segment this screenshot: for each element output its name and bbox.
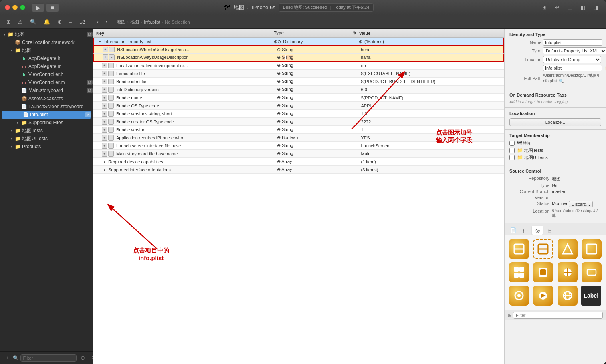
plist-row-supported-orientations[interactable]: ▸ Supported interface orientations ⊕ Arr… xyxy=(93,166,504,174)
sidebar-item-info-plist[interactable]: ▸ 📄 Info.plist M xyxy=(2,111,91,119)
plist-row-bundle-creator-os[interactable]: + - Bundle creator OS Type code ⊕ String… xyxy=(93,118,504,126)
remove-btn-always[interactable]: - xyxy=(109,54,115,60)
add-btn-exec[interactable]: + xyxy=(102,71,107,76)
remove-btn-loc[interactable]: - xyxy=(108,63,114,68)
add-btn-whenuse[interactable]: + xyxy=(103,47,108,52)
filter-input[interactable] xyxy=(20,354,77,362)
commit-btn[interactable]: ⎇ xyxy=(77,18,88,26)
remove-btn-requires-iphone[interactable]: - xyxy=(108,135,114,141)
add-btn-bundleid[interactable]: + xyxy=(102,79,107,84)
lib-item-3[interactable] xyxy=(557,239,578,259)
lib-tab-object[interactable]: ◎ xyxy=(532,226,543,235)
fullpath-reveal-icon[interactable]: 🔍 xyxy=(559,79,564,83)
library-filter-input[interactable] xyxy=(513,312,603,319)
plist-row-launch-screen[interactable]: + - Launch screen interface file base...… xyxy=(93,142,504,150)
sidebar-item-appdelegate-m[interactable]: ▸ m AppDelegate.m xyxy=(0,62,93,70)
plist-row-bundle-id[interactable]: + - Bundle identifier ⊕ String $(PRODUCT… xyxy=(93,78,504,86)
panel-toggle-icon[interactable]: ◧ xyxy=(577,3,588,12)
add-row-btn[interactable]: ⊕ xyxy=(352,30,356,36)
target-1-checkbox[interactable] xyxy=(509,141,515,146)
plist-row-bundle-versions-short[interactable]: + - Bundle versions string, short ⊕ Stri… xyxy=(93,110,504,118)
lib-tab-file[interactable]: 📄 xyxy=(508,226,519,235)
arrow-supported-orientations[interactable]: ▸ xyxy=(102,168,107,172)
filter-options-btn[interactable]: ⊙ xyxy=(78,354,87,362)
back-forward-icon[interactable]: ↩ xyxy=(551,3,563,12)
issues-btn[interactable]: ⚠ xyxy=(16,18,25,26)
lib-item-12[interactable]: Label xyxy=(581,286,602,306)
inspector-filename-input[interactable] xyxy=(543,65,602,71)
remove-btn-launch-screen[interactable]: - xyxy=(108,143,114,149)
breadcrumb-item-3[interactable]: Info.plist xyxy=(144,20,160,24)
add-btn-loc[interactable]: + xyxy=(102,63,107,68)
lib-item-9[interactable] xyxy=(509,286,529,306)
alert-btn[interactable]: 🔔 xyxy=(41,18,53,26)
add-btn-infodict[interactable]: + xyxy=(102,87,107,93)
plist-row-bundle-name[interactable]: + - Bundle name ⊕ String $(PRODUCT_NAME) xyxy=(93,94,504,102)
arrow-products[interactable]: ▸ xyxy=(9,145,14,149)
search-btn[interactable]: 🔍 xyxy=(28,18,39,26)
sidebar-item-ditu-uitests[interactable]: ▸ 📁 地图UITests xyxy=(0,135,93,143)
sidebar-item-corelocation[interactable]: ▸ 📦 CoreLocation.framework xyxy=(0,38,93,46)
filter-clear-btn[interactable]: ✕ xyxy=(89,354,93,362)
sidebar-item-root[interactable]: ▾ 📁 地图 M xyxy=(0,30,93,38)
sidebar-toggle-btn[interactable]: ⊞ xyxy=(4,18,13,26)
lib-item-2[interactable] xyxy=(533,239,553,259)
arrow-supporting[interactable]: ▸ xyxy=(15,121,21,125)
arrow-ditu-uitests[interactable]: ▸ xyxy=(9,137,14,141)
plist-row-localization[interactable]: + - Localization native development re..… xyxy=(93,62,504,70)
inspector-name-input[interactable] xyxy=(543,39,602,46)
maximize-button[interactable] xyxy=(20,5,25,10)
plist-row-infodict-version[interactable]: + - InfoDictionary version ⊕ String 6.0 xyxy=(93,86,504,94)
close-button[interactable] xyxy=(5,5,10,10)
lib-item-10[interactable] xyxy=(533,286,553,306)
plist-row-executable[interactable]: + - Executable file ⊕ String $(EXECUTABL… xyxy=(93,70,504,78)
run-button[interactable]: ▶ xyxy=(32,3,44,12)
add-btn-launch-screen[interactable]: + xyxy=(102,143,107,149)
arrow-ditu-tests[interactable]: ▸ xyxy=(9,129,14,133)
add-btn-versions-short[interactable]: + xyxy=(102,111,107,117)
sidebar-toggle-icon[interactable]: ◫ xyxy=(564,3,576,12)
sidebar-item-main-storyboard[interactable]: ▸ 📄 Main.storyboard M xyxy=(0,86,93,95)
add-btn-requires-iphone[interactable]: + xyxy=(102,135,107,141)
remove-btn-bundlename[interactable]: - xyxy=(108,95,114,101)
add-btn-always[interactable]: + xyxy=(103,54,108,60)
lib-item-5[interactable] xyxy=(509,262,529,282)
plist-row-bundle-version[interactable]: + - Bundle version ⊕ String 1 xyxy=(93,126,504,134)
add-file-btn[interactable]: + xyxy=(3,354,11,362)
discard-btn[interactable]: Discard... xyxy=(569,201,593,207)
arrow-info-property-list[interactable]: ▾ xyxy=(97,40,103,44)
arrow-ditu[interactable]: ▾ xyxy=(9,48,14,52)
breadcrumb-item-1[interactable]: 地图 xyxy=(117,19,125,25)
target-3-checkbox[interactable] xyxy=(509,155,515,160)
sidebar-item-ditu[interactable]: ▾ 📁 地图 xyxy=(0,46,93,54)
sidebar-item-ditu-tests[interactable]: ▸ 📁 地图Tests xyxy=(0,127,93,135)
add-btn-ostype[interactable]: + xyxy=(102,103,107,109)
lib-item-1[interactable] xyxy=(509,239,529,259)
lib-item-11[interactable] xyxy=(557,286,578,306)
inspector-type-select[interactable]: Default - Property List XML xyxy=(543,47,606,54)
target-2-checkbox[interactable] xyxy=(509,148,515,153)
remove-btn-main-storyboard[interactable]: - xyxy=(108,151,114,157)
lib-item-8[interactable] xyxy=(581,262,602,282)
plist-row-required-caps[interactable]: ▸ Required device capabilities ⊕ Array (… xyxy=(93,158,504,166)
plist-row-nslocation-whenuse[interactable]: + - NSLocationWhenInUseUsageDesc... ⊕ St… xyxy=(93,46,504,54)
sidebar-item-assets[interactable]: ▸ 📦 Assets.xcassets xyxy=(0,95,93,103)
lib-tab-code[interactable]: { } xyxy=(520,226,531,235)
lib-item-7[interactable] xyxy=(557,262,578,282)
plist-row-nslocation-always[interactable]: + - NSLocationAlwaysUsageDescription ⊕ S… xyxy=(93,54,504,62)
plist-row-info-property-list[interactable]: ▾ Information Property List ⊕⊖ Dictionar… xyxy=(93,38,504,46)
arrow-required-caps[interactable]: ▸ xyxy=(102,160,107,164)
type-stepper-always[interactable]: ⊕ xyxy=(277,55,281,60)
sidebar-item-supporting[interactable]: ▸ 📁 Supporting Files xyxy=(0,119,93,127)
plist-row-bundle-os-type[interactable]: + - Bundle OS Type code ⊕ String APPL xyxy=(93,102,504,110)
sidebar-item-viewcontroller-h[interactable]: ▸ h ViewController.h xyxy=(0,70,93,78)
remove-btn-infodict[interactable]: - xyxy=(108,87,114,93)
lib-tab-media[interactable]: ⊟ xyxy=(544,226,555,235)
remove-btn-versions-short[interactable]: - xyxy=(108,111,114,117)
list-btn[interactable]: ≡ xyxy=(67,18,75,26)
inspector-toggle-icon[interactable]: ◨ xyxy=(590,3,601,12)
lib-item-4[interactable] xyxy=(581,239,602,259)
sidebar-item-viewcontroller-m[interactable]: ▸ m ViewController.m M xyxy=(0,78,93,86)
type-stepper-whenuse[interactable]: ⊕ xyxy=(277,47,281,52)
localize-btn[interactable]: Localize... xyxy=(509,118,601,126)
